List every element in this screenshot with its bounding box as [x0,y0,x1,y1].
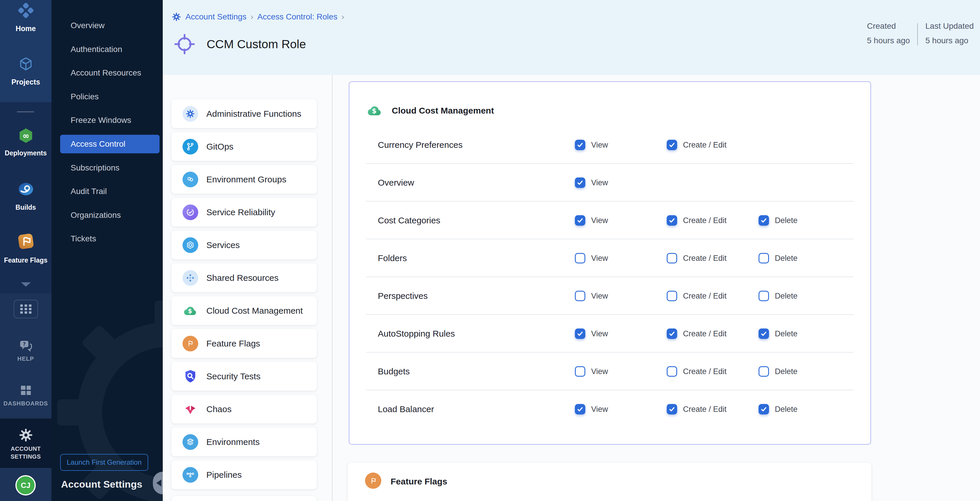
delete-checkbox[interactable] [759,404,769,414]
module-card-label: Shared Resources [206,273,278,283]
module-card-shared-resources[interactable]: Shared Resources [172,263,317,292]
create-edit-checkbox[interactable] [667,140,677,150]
create-edit-checkbox[interactable] [667,404,677,414]
create-edit-checkbox[interactable] [667,328,677,339]
permission-label: View [591,254,608,263]
settings-sidebar: OverviewAuthenticationAccount ResourcesP… [51,0,163,501]
permission-label: View [591,405,608,414]
sidebar-item-audit-trail[interactable]: Audit Trail [60,182,159,201]
module-card-environment-groups[interactable]: Environment Groups [172,165,317,194]
view-checkbox[interactable] [575,253,585,263]
module-card-security-tests[interactable]: Security Tests [172,362,317,391]
module-selector-button[interactable] [14,300,38,318]
permission-view: View [575,328,608,339]
shared-resources-icon [183,270,198,286]
module-card-services[interactable]: Services [172,231,317,259]
permission-label: View [591,178,608,187]
permission-view: View [575,215,608,226]
security-shield-icon [183,369,198,384]
permission-label: View [591,367,608,376]
permission-delete: Delete [759,328,797,339]
permission-row-label: Overview [378,178,414,188]
rail-item-feature-flags[interactable] [0,232,51,252]
main-content: Account Settings›Access Control: Roles› … [163,0,980,501]
rail-item-projects[interactable] [0,56,51,73]
chevron-down-icon[interactable] [21,282,31,287]
sidebar-item-authentication[interactable]: Authentication [60,40,159,59]
permission-delete: Delete [759,366,797,377]
sidebar-item-policies[interactable]: Policies [60,87,159,106]
create-edit-checkbox[interactable] [667,253,677,263]
rail-item-help[interactable]: ? [0,339,51,355]
sidebar-item-access-control[interactable]: Access Control [60,135,159,153]
permission-create-edit: Create / Edit [667,404,727,414]
module-card-gitops[interactable]: GitOps [172,132,317,161]
svg-text:$: $ [372,107,377,115]
rail-item-account-settings[interactable] [0,428,51,444]
delete-checkbox[interactable] [759,215,769,226]
module-card-feature-flags[interactable]: Feature Flags [172,329,317,358]
permission-row-cost-categories: Cost CategoriesViewCreate / EditDelete [349,201,870,239]
module-card-cloud-cost-management[interactable]: $Cloud Cost Management [172,296,317,325]
rail-item-label: ACCOUNT SETTINGS [5,445,46,461]
sidebar-item-overview[interactable]: Overview [60,16,159,35]
settings-gear-icon [172,12,181,22]
sidebar-item-tickets[interactable]: Tickets [60,230,159,248]
rail-item-deployments[interactable]: ∞ [0,127,51,146]
view-checkbox[interactable] [575,291,585,301]
created-label: Created [867,22,910,31]
view-checkbox[interactable] [575,215,585,226]
sidebar-item-account-resources[interactable]: Account Resources [60,63,159,82]
grid-icon [20,304,32,314]
svg-text:$: $ [188,307,192,314]
view-checkbox[interactable] [575,140,585,150]
permission-view: View [575,291,608,301]
sidebar-item-organizations[interactable]: Organizations [60,206,159,225]
breadcrumb-link[interactable]: Access Control: Roles [257,12,337,22]
permissions-panel: $ Cloud Cost Management Currency Prefere… [349,81,871,445]
delete-checkbox[interactable] [759,291,769,301]
page: HomeProjects∞DeploymentsBuildsFeature Fl… [0,0,980,501]
delete-checkbox[interactable] [759,366,769,377]
cloud-cost-icon: $ [366,102,383,119]
module-card-administrative-functions[interactable]: Administrative Functions [172,99,317,128]
feature-flag-icon [183,336,198,352]
delete-checkbox[interactable] [759,253,769,263]
permission-label: Create / Edit [683,141,727,149]
module-card-label: Feature Flags [206,339,260,349]
sidebar-item-freeze-windows[interactable]: Freeze Windows [60,111,159,130]
rail-item-home[interactable] [0,2,51,20]
rail-item-builds[interactable] [0,180,51,199]
feature-flag-icon [365,472,381,489]
launch-first-generation-button[interactable]: Launch First Generation [60,454,148,471]
module-card-label: Services [206,240,240,250]
permission-row-folders: FoldersViewCreate / EditDelete [349,239,870,277]
rail-item-dashboards[interactable] [0,384,51,398]
sidebar-item-subscriptions[interactable]: Subscriptions [60,159,159,177]
permission-delete: Delete [759,404,797,414]
delete-checkbox[interactable] [759,328,769,339]
permission-view: View [575,140,608,150]
module-card-label: Security Tests [206,371,260,381]
create-edit-checkbox[interactable] [667,215,677,226]
module-card-environments[interactable]: Environments [172,428,317,456]
view-checkbox[interactable] [575,366,585,377]
module-card-label: Cloud Cost Management [206,306,303,316]
module-rail: HomeProjects∞DeploymentsBuildsFeature Fl… [0,0,51,501]
create-edit-checkbox[interactable] [667,366,677,377]
view-checkbox[interactable] [575,404,585,414]
environment-groups-icon [183,172,198,187]
page-title: CCM Custom Role [207,38,306,51]
rail-item-label: HELP [0,355,51,362]
create-edit-checkbox[interactable] [667,291,677,301]
breadcrumb-link[interactable]: Account Settings [185,12,247,22]
rail-item-label: Builds [0,204,51,211]
view-checkbox[interactable] [575,178,585,188]
module-card-chaos[interactable]: Chaos [172,395,317,423]
module-card-pipelines[interactable]: Pipelines [172,460,317,489]
permission-delete: Delete [759,253,797,263]
sidebar-collapse-button[interactable] [153,472,163,494]
module-card-service-reliability[interactable]: Service Reliability [172,198,317,227]
view-checkbox[interactable] [575,328,585,339]
user-avatar[interactable]: CJ [15,475,36,495]
